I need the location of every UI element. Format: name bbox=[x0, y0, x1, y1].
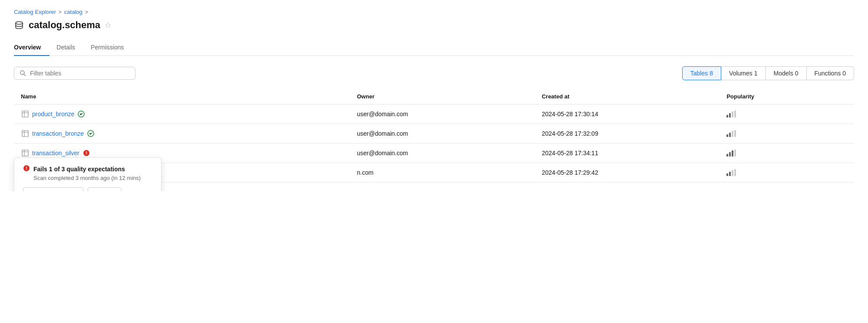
col-header-name: Name bbox=[14, 89, 350, 104]
rescan-button[interactable]: Rescan bbox=[88, 187, 122, 191]
bar-3 bbox=[732, 150, 733, 157]
page-title-row: catalog.schema ☆ bbox=[14, 20, 854, 31]
type-btn-tables[interactable]: Tables8 bbox=[682, 66, 721, 80]
bar-4 bbox=[734, 111, 736, 117]
quality-popup: ! Fails 1 of 3 quality expectations Scan… bbox=[14, 157, 162, 191]
svg-text:!: ! bbox=[26, 166, 27, 171]
table-name-link[interactable]: product_bronze bbox=[32, 111, 74, 117]
breadcrumb: Catalog Explorer > catalog > bbox=[14, 9, 854, 15]
popularity-bars bbox=[726, 130, 847, 137]
table-name-link[interactable]: transaction_bronze bbox=[32, 130, 84, 137]
table-row: transaction_silver ! ! Fails 1 of 3 qual… bbox=[14, 144, 854, 163]
popup-actions: View expectations Rescan bbox=[23, 187, 152, 191]
tab-overview[interactable]: Overview bbox=[14, 39, 50, 56]
name-cell: transaction_silver ! bbox=[21, 149, 343, 157]
table-row: transaction_bronze user@domain.com 2024-… bbox=[14, 124, 854, 144]
popularity-cell bbox=[719, 163, 854, 183]
created-cell: 2024-05-28 17:32:09 bbox=[535, 124, 720, 144]
database-icon bbox=[14, 20, 24, 30]
status-ok-icon bbox=[87, 130, 94, 137]
svg-rect-2 bbox=[22, 111, 28, 117]
tab-details[interactable]: Details bbox=[56, 39, 84, 56]
name-cell: product_bronze bbox=[21, 110, 343, 118]
bar-1 bbox=[726, 134, 728, 137]
type-btn-models[interactable]: Models0 bbox=[766, 66, 807, 80]
created-cell: 2024-05-28 17:29:42 bbox=[535, 163, 720, 183]
popularity-cell bbox=[719, 104, 854, 124]
bar-1 bbox=[726, 173, 728, 176]
table-type-icon bbox=[21, 149, 30, 157]
svg-rect-10 bbox=[22, 150, 28, 156]
tab-permissions[interactable]: Permissions bbox=[91, 39, 132, 56]
created-cell: 2024-05-28 17:34:11 bbox=[535, 144, 720, 163]
bar-2 bbox=[729, 152, 731, 157]
bar-4 bbox=[734, 130, 736, 137]
col-header-owner: Owner bbox=[350, 89, 535, 104]
bar-3 bbox=[732, 111, 733, 117]
owner-cell: user@domain.com bbox=[350, 104, 535, 124]
page-title: catalog.schema bbox=[29, 20, 100, 31]
table-type-icon bbox=[21, 110, 30, 118]
bar-3 bbox=[732, 170, 733, 176]
col-header-created: Created at bbox=[535, 89, 720, 104]
status-error-icon[interactable]: ! bbox=[83, 150, 90, 157]
type-btn-volumes[interactable]: Volumes1 bbox=[721, 66, 766, 80]
bar-2 bbox=[729, 133, 731, 137]
svg-text:!: ! bbox=[86, 150, 87, 156]
status-ok-icon bbox=[78, 111, 85, 117]
owner-cell: user@domain.com bbox=[350, 144, 535, 163]
bar-2 bbox=[729, 172, 731, 176]
popularity-cell bbox=[719, 124, 854, 144]
popup-error-icon: ! bbox=[23, 165, 30, 173]
breadcrumb-sep-2: > bbox=[85, 9, 88, 15]
svg-point-0 bbox=[16, 22, 23, 24]
breadcrumb-catalog[interactable]: catalog bbox=[64, 9, 83, 15]
popup-header: ! Fails 1 of 3 quality expectations bbox=[23, 165, 152, 173]
popularity-bars bbox=[726, 169, 847, 176]
popup-subtitle: Scan completed 3 months ago (in 12 mins) bbox=[33, 175, 152, 181]
table-name-link[interactable]: transaction_silver bbox=[32, 150, 79, 157]
popularity-bars bbox=[726, 150, 847, 157]
bar-2 bbox=[729, 113, 731, 117]
popularity-cell bbox=[719, 144, 854, 163]
type-buttons: Tables8 Volumes1 Models0 Functions0 bbox=[682, 66, 854, 80]
popup-title: Fails 1 of 3 quality expectations bbox=[33, 166, 125, 173]
bar-3 bbox=[732, 131, 733, 137]
bar-4 bbox=[734, 169, 736, 176]
bar-4 bbox=[734, 150, 736, 157]
owner-cell: n.com bbox=[350, 163, 535, 183]
breadcrumb-catalog-explorer[interactable]: Catalog Explorer bbox=[14, 9, 56, 15]
bar-1 bbox=[726, 115, 728, 117]
filter-input[interactable] bbox=[30, 70, 130, 77]
filter-input-wrap bbox=[14, 67, 135, 80]
bar-1 bbox=[726, 154, 728, 157]
favorite-star-icon[interactable]: ☆ bbox=[105, 20, 112, 30]
search-icon bbox=[20, 70, 26, 77]
col-header-popularity: Popularity bbox=[719, 89, 854, 104]
toolbar: Tables8 Volumes1 Models0 Functions0 bbox=[14, 66, 854, 80]
created-cell: 2024-05-28 17:30:14 bbox=[535, 104, 720, 124]
type-btn-functions[interactable]: Functions0 bbox=[807, 66, 855, 80]
name-cell: transaction_bronze bbox=[21, 129, 343, 138]
svg-rect-6 bbox=[22, 131, 28, 137]
breadcrumb-sep-1: > bbox=[59, 9, 62, 15]
view-expectations-button[interactable]: View expectations bbox=[23, 187, 83, 191]
owner-cell: user@domain.com bbox=[350, 124, 535, 144]
popularity-bars bbox=[726, 111, 847, 117]
table-type-icon bbox=[21, 129, 30, 138]
tab-bar: Overview Details Permissions bbox=[14, 39, 854, 56]
main-table: Name Owner Created at Popularity product… bbox=[14, 89, 854, 183]
table-row: product_bronze user@domain.com 2024-05-2… bbox=[14, 104, 854, 124]
